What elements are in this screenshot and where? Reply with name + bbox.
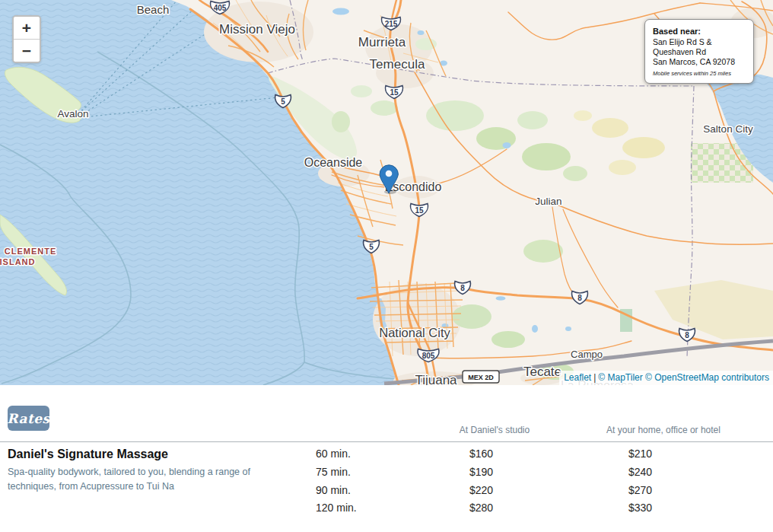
rate-duration: 90 min. [316, 484, 351, 496]
label-campo: Campo [571, 349, 603, 360]
shield-8-east: 8 [685, 331, 689, 339]
label-oceanside: Oceanside [304, 156, 363, 169]
rate-duration: 120 min. [316, 502, 357, 514]
based-near-infobox: Based near: San Elijo Rd S & Queshaven R… [644, 19, 754, 84]
zoom-control: + − [12, 15, 41, 63]
shield-mex-2d: MEX 2D [463, 371, 499, 383]
rate-duration: 75 min. [316, 466, 351, 478]
shield-8-west: 8 [460, 284, 465, 292]
label-julian: Julian [535, 196, 561, 207]
infobox-address-line1: San Elijo Rd S & [653, 37, 746, 47]
infobox-mobile-note: Mobile services within 25 miles [653, 70, 746, 77]
shield-805: 805 [422, 352, 435, 360]
infobox-address-line3: San Marcos, CA 92078 [653, 57, 746, 67]
rate-price-studio: $190 [469, 466, 493, 478]
rate-price-mobile: $270 [628, 484, 652, 496]
maptiler-link[interactable]: © MapTiler [598, 372, 642, 383]
label-beach: Beach [137, 3, 170, 16]
rate-duration: 60 min. [316, 448, 351, 460]
attribution-separator: | [593, 372, 596, 383]
osm-link[interactable]: © OpenStreetMap contributors [645, 372, 769, 383]
shield-15-south: 15 [415, 206, 424, 215]
service-name: Daniel's Signature Massage [8, 448, 168, 461]
map-attribution: Leaflet|© MapTiler © OpenStreetMap contr… [559, 371, 773, 385]
rates-section: Rates At Daniel's studio At your home, o… [0, 385, 773, 532]
label-clemente: CLEMENTE [5, 247, 57, 256]
zoom-out-button[interactable]: − [14, 39, 40, 62]
label-salton-city: Salton City [703, 123, 753, 135]
zoom-in-button[interactable]: + [14, 17, 40, 39]
label-national-city: National City [379, 326, 450, 339]
mex-2d-label: MEX 2D [468, 374, 494, 381]
shield-15-north: 15 [390, 88, 399, 97]
infobox-address-line2: Queshaven Rd [653, 47, 746, 57]
label-mission-viejo: Mission Viejo [219, 22, 295, 37]
column-header-studio: At Daniel's studio [422, 425, 567, 435]
rate-price-mobile: $330 [628, 502, 652, 514]
rate-price-studio: $280 [469, 502, 493, 514]
leaflet-link[interactable]: Leaflet [564, 372, 591, 383]
label-temecula: Temecula [370, 57, 425, 72]
shield-5-north: 5 [281, 97, 285, 106]
map-canvas[interactable]: 405 215 15 5 15 5 8 8 8 805 MEX 2D Beach… [0, 0, 773, 385]
label-avalon: Avalon [57, 108, 88, 119]
label-island: ISLAND [0, 257, 35, 266]
label-murrieta: Murrieta [358, 35, 406, 49]
rate-price-studio: $220 [469, 484, 493, 496]
rates-badge: Rates [8, 406, 49, 431]
rate-price-studio: $160 [469, 448, 493, 460]
label-tijuana: Tijuana [415, 373, 457, 385]
column-header-mobile: At your home, office or hotel [584, 425, 743, 435]
shield-8-mid: 8 [577, 294, 582, 302]
rate-price-mobile: $240 [628, 466, 652, 478]
infobox-heading: Based near: [653, 27, 746, 36]
rate-price-mobile: $210 [628, 448, 652, 460]
label-tecate: Tecate [523, 365, 561, 379]
service-description: Spa-quality bodywork, tailored to you, b… [8, 465, 282, 494]
rates-divider [0, 441, 773, 442]
shield-405: 405 [214, 4, 227, 12]
shield-215: 215 [385, 20, 398, 28]
shield-5-south: 5 [369, 243, 374, 251]
